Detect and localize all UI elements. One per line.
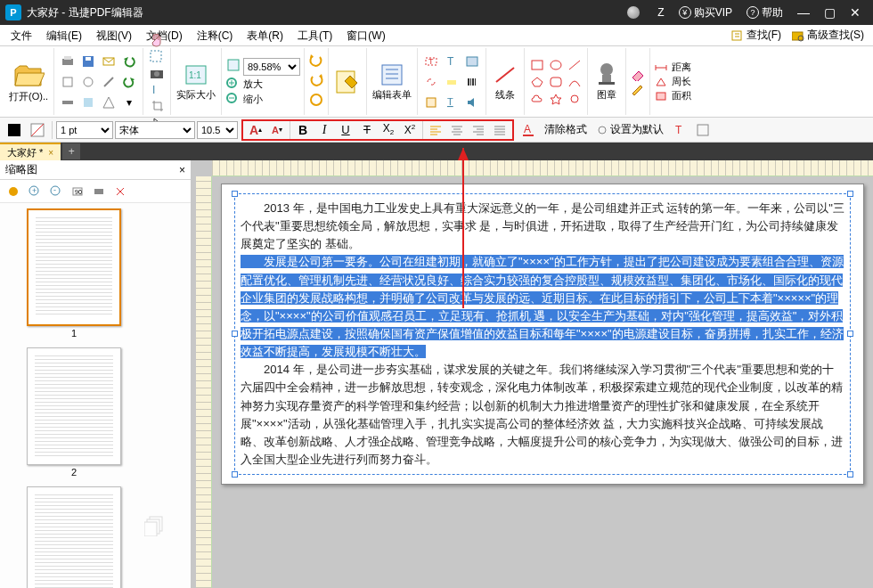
tool-icon-4[interactable] bbox=[58, 93, 78, 112]
shape-gear[interactable] bbox=[566, 91, 583, 107]
edit-content-button[interactable] bbox=[332, 67, 363, 97]
stroke-color-button[interactable] bbox=[4, 120, 25, 140]
line-button[interactable]: 线条 bbox=[490, 61, 520, 103]
increase-font-button[interactable]: A▴ bbox=[245, 120, 266, 140]
menu-window[interactable]: 窗口(W) bbox=[339, 26, 392, 45]
align-left-button[interactable] bbox=[425, 120, 446, 140]
edit-form-button[interactable]: 编辑表单 bbox=[371, 61, 413, 103]
stamp-button[interactable]: 图章 bbox=[592, 61, 622, 103]
text-select-tool[interactable]: I bbox=[151, 82, 167, 98]
thumb-rotate-icon[interactable]: 90 bbox=[68, 182, 87, 201]
align-justify-button[interactable] bbox=[489, 120, 510, 140]
snapshot-tool[interactable] bbox=[149, 66, 165, 82]
email-icon[interactable] bbox=[99, 52, 118, 71]
thumb-print-icon[interactable] bbox=[89, 182, 109, 201]
globe-icon[interactable] bbox=[620, 0, 650, 25]
thumb-options-icon[interactable] bbox=[4, 182, 23, 201]
user-label[interactable]: Z bbox=[650, 0, 671, 25]
tool-icon-3[interactable] bbox=[99, 72, 118, 92]
text-box-icon[interactable]: T bbox=[421, 52, 441, 71]
hand-tool[interactable] bbox=[149, 32, 165, 48]
shape-roundrect[interactable] bbox=[547, 74, 565, 90]
align-center-button[interactable] bbox=[446, 120, 468, 140]
shape-star[interactable] bbox=[547, 91, 565, 107]
clear-format-button[interactable]: 清除格式 bbox=[541, 120, 591, 140]
zoom-in-button[interactable]: 放大 bbox=[225, 77, 263, 91]
pdf-page[interactable]: 2013 年，是中国电力工业发史上具有重大深远意义的一年，是公司组建并正式 运转… bbox=[221, 184, 864, 485]
shape-polygon[interactable] bbox=[528, 74, 546, 90]
note-icon[interactable] bbox=[421, 93, 441, 112]
image-icon[interactable] bbox=[462, 52, 482, 71]
rotate-cw-icon[interactable] bbox=[308, 72, 324, 91]
bold-button[interactable]: B bbox=[292, 120, 314, 140]
text-underline-icon[interactable]: T bbox=[442, 93, 461, 112]
add-tab-button[interactable]: + bbox=[62, 143, 80, 159]
highlight-icon[interactable] bbox=[442, 72, 461, 92]
open-button[interactable]: 打开(O).. bbox=[7, 59, 50, 105]
menu-form[interactable]: 表单(R) bbox=[240, 26, 290, 45]
distance-button[interactable]: 距离 bbox=[654, 61, 691, 74]
thumb-zoom-in-icon[interactable]: + bbox=[25, 182, 45, 201]
shape-rect[interactable] bbox=[528, 57, 546, 73]
find-button[interactable]: 查找(F) bbox=[726, 28, 787, 43]
thumb-zoom-out-icon[interactable]: - bbox=[46, 182, 66, 201]
shape-ellipse[interactable] bbox=[547, 57, 565, 73]
font-select[interactable]: 宋体 bbox=[115, 121, 195, 139]
eraser-icon[interactable] bbox=[630, 67, 646, 81]
italic-button[interactable]: I bbox=[314, 120, 335, 140]
minimize-button[interactable]: — bbox=[790, 0, 817, 25]
font-size-select[interactable]: 10.5 p bbox=[197, 121, 238, 139]
zoom-select[interactable]: 89.58% bbox=[243, 58, 300, 76]
shape-line[interactable] bbox=[566, 57, 583, 73]
link-icon[interactable] bbox=[421, 72, 441, 92]
fit-width-icon[interactable] bbox=[225, 57, 241, 76]
menu-file[interactable]: 文件 bbox=[4, 26, 39, 45]
tool-icon-5[interactable] bbox=[78, 93, 98, 112]
rotate-180-icon[interactable] bbox=[308, 92, 324, 110]
shape-cloud[interactable] bbox=[528, 91, 546, 107]
zoom-out-button[interactable]: 缩小 bbox=[225, 92, 263, 106]
font-color-button[interactable]: A bbox=[518, 120, 539, 140]
area-button[interactable]: 面积 bbox=[654, 89, 691, 102]
text-edit-frame[interactable]: 2013 年，是中国电力工业发史上具有重大深远意义的一年，是公司组建并正式 运转… bbox=[234, 193, 851, 475]
panel-close-icon[interactable]: × bbox=[179, 164, 185, 176]
menu-view[interactable]: 视图(V) bbox=[89, 26, 139, 45]
shape-curve[interactable] bbox=[566, 74, 583, 90]
align-right-button[interactable] bbox=[468, 120, 489, 140]
thumbnail-page-1[interactable]: 1 bbox=[27, 208, 121, 339]
tool-icon-7[interactable]: ▾ bbox=[119, 93, 139, 112]
rotate-ccw-icon[interactable] bbox=[308, 53, 324, 71]
text-icon[interactable]: T bbox=[442, 52, 461, 71]
adv-find-button[interactable]: 高级查找(S) bbox=[787, 28, 869, 43]
print-icon[interactable] bbox=[58, 52, 78, 71]
actual-size-button[interactable]: 1:1 实际大小 bbox=[175, 61, 217, 103]
redo-icon[interactable] bbox=[119, 72, 139, 92]
subscript-button[interactable]: X2 bbox=[378, 120, 399, 140]
pencil-icon[interactable] bbox=[630, 82, 646, 96]
menu-comment[interactable]: 注释(C) bbox=[190, 26, 241, 45]
strikethrough-button[interactable]: T bbox=[356, 120, 378, 140]
tab-close-icon[interactable]: × bbox=[48, 148, 53, 158]
text-tool-icon[interactable]: T bbox=[669, 120, 690, 140]
close-button[interactable]: ✕ bbox=[843, 0, 868, 25]
more-format-icon[interactable] bbox=[692, 120, 714, 140]
decrease-font-button[interactable]: A▾ bbox=[266, 120, 288, 140]
maximize-button[interactable]: ▢ bbox=[817, 0, 843, 25]
tool-icon-2[interactable] bbox=[78, 72, 98, 92]
buy-vip-button[interactable]: ¥购买VIP bbox=[672, 0, 739, 25]
fill-color-button[interactable] bbox=[27, 120, 48, 140]
tool-icon-6[interactable] bbox=[99, 93, 118, 112]
document-scroll[interactable]: 2013 年，是中国电力工业发史上具有重大深远意义的一年，是公司组建并正式 运转… bbox=[196, 176, 873, 588]
thumb-delete-icon[interactable] bbox=[110, 182, 130, 201]
document-text[interactable]: 2013 年，是中国电力工业发史上具有重大深远意义的一年，是公司组建并正式 运转… bbox=[241, 200, 844, 469]
tool-icon-1[interactable] bbox=[58, 72, 78, 92]
undo-icon[interactable] bbox=[119, 52, 139, 71]
stroke-width-select[interactable]: 1 pt bbox=[56, 121, 113, 139]
thumbnail-page-2[interactable]: 2 bbox=[27, 347, 121, 478]
menu-tools[interactable]: 工具(T) bbox=[290, 26, 339, 45]
sound-icon[interactable] bbox=[462, 93, 482, 112]
thumbnails-list[interactable]: 1 2 3 bbox=[0, 203, 191, 588]
perimeter-button[interactable]: 周长 bbox=[654, 75, 691, 88]
crop-tool[interactable] bbox=[151, 99, 167, 115]
select-tool[interactable] bbox=[149, 49, 165, 65]
